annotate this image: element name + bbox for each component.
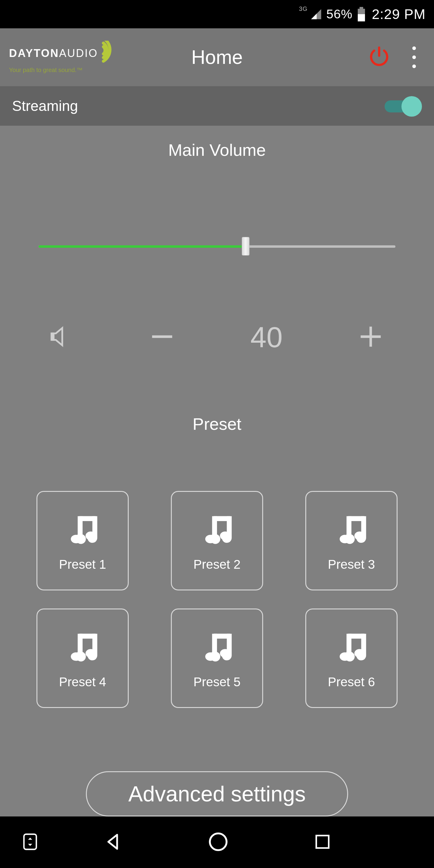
preset-label: Preset 3 — [328, 557, 375, 572]
svg-rect-20 — [348, 516, 351, 537]
preset-label: Preset 6 — [328, 675, 375, 689]
signal-icon — [310, 8, 322, 20]
status-bar: 3G 56% 2:29 PM — [0, 0, 434, 28]
battery-percentage: 56% — [327, 7, 352, 22]
music-note-icon — [332, 627, 371, 668]
network-type: 3G — [299, 5, 308, 12]
more-vert-icon[interactable] — [409, 43, 419, 71]
svg-rect-37 — [24, 834, 36, 849]
battery-icon — [357, 7, 366, 22]
music-note-icon — [197, 627, 237, 668]
svg-rect-39 — [316, 835, 329, 848]
main-content: Main Volume 40 Preset Preset 1Preset 2Pr… — [0, 126, 434, 816]
music-note-icon — [63, 627, 102, 668]
brand-tagline: Your path to great sound.™ — [9, 67, 120, 73]
home-icon[interactable] — [207, 831, 229, 854]
preset-button-5[interactable]: Preset 5 — [171, 609, 263, 708]
preset-label: Preset 1 — [59, 557, 106, 572]
svg-rect-0 — [360, 7, 363, 9]
brand-name: DAYTONAUDIO — [9, 47, 98, 60]
page-title: Home — [191, 46, 243, 68]
svg-rect-11 — [93, 516, 96, 534]
streaming-label: Streaming — [12, 98, 78, 114]
svg-rect-26 — [93, 634, 96, 652]
brand-logo: DAYTONAUDIO Your path to great sound.™ — [9, 41, 120, 73]
svg-rect-30 — [214, 634, 217, 655]
preset-button-4[interactable]: Preset 4 — [36, 609, 129, 708]
music-note-icon — [63, 510, 102, 550]
svg-rect-2 — [358, 14, 365, 22]
svg-rect-36 — [361, 634, 365, 652]
volume-slider[interactable] — [38, 244, 396, 248]
app-bar: DAYTONAUDIO Your path to great sound.™ H… — [0, 28, 434, 86]
volume-down-button[interactable] — [147, 321, 177, 353]
recent-icon[interactable] — [313, 832, 332, 852]
system-nav-bar — [0, 816, 434, 868]
preset-button-6[interactable]: Preset 6 — [305, 609, 398, 708]
preset-grid: Preset 1Preset 2Preset 3Preset 4Preset 5… — [36, 491, 398, 708]
svg-rect-31 — [227, 634, 230, 652]
mute-icon[interactable] — [48, 324, 74, 351]
clock-time: 2:29 PM — [372, 6, 426, 22]
streaming-toggle[interactable] — [384, 97, 422, 114]
brand-arc-icon — [96, 41, 120, 66]
preset-button-1[interactable]: Preset 1 — [36, 491, 129, 590]
volume-value: 40 — [250, 321, 283, 354]
svg-rect-21 — [361, 516, 365, 534]
svg-rect-25 — [79, 634, 83, 655]
preset-label: Preset 2 — [193, 557, 241, 572]
svg-rect-10 — [79, 516, 83, 537]
preset-title: Preset — [193, 414, 241, 434]
back-icon[interactable] — [102, 831, 123, 854]
preset-label: Preset 5 — [193, 675, 241, 689]
streaming-row: Streaming — [0, 86, 434, 126]
volume-up-button[interactable] — [355, 321, 386, 353]
preset-button-2[interactable]: Preset 2 — [171, 491, 263, 590]
preset-label: Preset 4 — [59, 675, 106, 689]
music-note-icon — [197, 510, 237, 550]
main-volume-title: Main Volume — [168, 140, 266, 160]
power-icon[interactable] — [367, 44, 391, 70]
svg-rect-35 — [348, 634, 351, 655]
svg-point-38 — [210, 833, 227, 850]
preset-button-3[interactable]: Preset 3 — [305, 491, 398, 590]
music-note-icon — [332, 510, 371, 550]
svg-rect-15 — [214, 516, 217, 537]
svg-rect-16 — [227, 516, 230, 534]
expand-icon[interactable] — [22, 832, 38, 852]
advanced-settings-button[interactable]: Advanced settings — [86, 771, 348, 816]
